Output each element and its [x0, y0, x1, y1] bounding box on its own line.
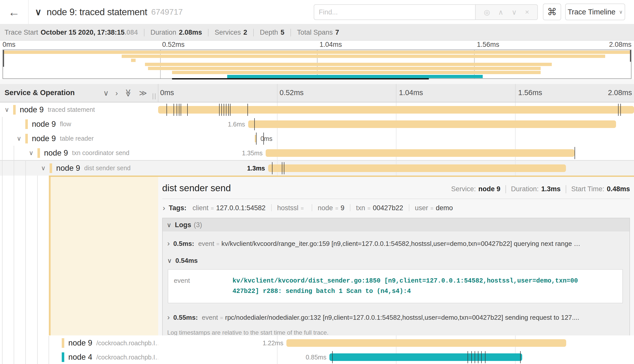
span-log-tick — [228, 104, 229, 116]
collapse-all-icon[interactable]: ≫ — [124, 89, 133, 97]
minimap-span-bar — [3, 51, 631, 54]
minimap-span-bar — [172, 71, 541, 74]
clear-search-icon[interactable]: × — [525, 8, 529, 16]
tags-section[interactable]: › Tags: client=127.0.0.1:54582hostssl=no… — [162, 199, 630, 215]
locate-match-icon[interactable]: ◎ — [484, 8, 490, 16]
span-name-column[interactable]: ∨node 9traced statement — [0, 102, 158, 117]
minimap-axis-label: 2.08ms — [609, 41, 631, 49]
summary-item-label: Total Spans — [297, 29, 333, 36]
view-selector-button[interactable]: Trace Timeline ∨ — [565, 4, 625, 20]
collapse-one-icon[interactable]: ∨ — [103, 89, 109, 97]
minimap-span-bar — [227, 75, 483, 78]
span-log-tick — [254, 118, 255, 130]
span-bar[interactable] — [266, 149, 575, 157]
tag-equals: = — [211, 205, 214, 211]
trace-minimap[interactable] — [3, 50, 631, 79]
timeline-axis-label: 1.04ms — [399, 89, 423, 97]
span-log-tick — [181, 104, 181, 116]
collapse-log-toggle[interactable]: ∨ 0.54ms — [167, 257, 623, 265]
span-log-tick — [332, 351, 333, 363]
span-timeline-track[interactable]: 1.35ms — [158, 146, 634, 160]
log-entry[interactable]: › 0.5ms: event=kv/kvclient/kvcoord/range… — [167, 239, 623, 248]
log-keyvalue-table: event kv/kvclient/kvcoord/dist_sender.go… — [168, 269, 623, 303]
back-button[interactable]: ← — [0, 0, 29, 24]
span-timeline-track[interactable]: 0.85ms — [158, 350, 634, 364]
log-timestamp: 0.54ms — [175, 257, 198, 265]
find-input[interactable] — [314, 4, 476, 20]
collapse-trace-icon[interactable]: ∨ — [35, 7, 41, 17]
span-bar[interactable] — [158, 106, 634, 114]
span-name-column[interactable]: ∨node 9txn coordinator send — [0, 146, 158, 160]
expand-tags-icon: › — [163, 204, 165, 212]
keyboard-shortcuts-button[interactable]: ⌘ — [543, 4, 561, 20]
summary-item-suffix: .084 — [124, 29, 138, 36]
span-row[interactable]: node 9flow1.6ms — [0, 117, 634, 131]
span-bar[interactable] — [286, 339, 566, 347]
span-row[interactable]: ∨node 9txn coordinator send1.35ms — [0, 146, 634, 160]
column-resize-grip[interactable] — [153, 93, 156, 99]
minimap-axis: 0ms0.52ms1.04ms1.56ms2.08ms — [0, 41, 634, 50]
log-entry[interactable]: › 0.55ms: event=rpc/nodedialer/nodediale… — [167, 313, 623, 322]
span-children-toggle-icon[interactable]: ∨ — [5, 106, 13, 113]
tag-separator — [312, 204, 312, 211]
minimap-scrubber-handle[interactable] — [630, 50, 631, 62]
span-timeline-track[interactable] — [158, 102, 634, 117]
span-color-swatch — [50, 163, 52, 173]
span-row[interactable]: ∨node 9table reader0ms — [0, 131, 634, 146]
summary-item: Depth5 — [260, 29, 284, 36]
span-name-column[interactable]: ∨node 9dist sender send — [0, 161, 158, 176]
span-service-name: node 9 — [32, 120, 56, 129]
span-children-toggle-icon[interactable]: ∨ — [17, 135, 25, 142]
summary-item-value: 2 — [243, 29, 247, 36]
log-timestamp: 0.55ms: — [173, 314, 198, 322]
logs-header[interactable]: ∨ Logs (3) — [163, 218, 629, 231]
span-detail-title: dist sender send — [162, 183, 231, 194]
span-bar[interactable] — [268, 164, 566, 172]
service-operation-header: Service & Operation — [5, 89, 75, 97]
span-row[interactable]: ∨node 9traced statement — [0, 102, 634, 117]
span-log-tick — [166, 104, 167, 116]
summary-separator — [253, 29, 254, 36]
span-duration-label: 0.85ms — [306, 354, 326, 361]
span-row[interactable]: node 4/cockroach.roachpb.I…0.85ms — [0, 350, 634, 364]
tag-equals: = — [335, 205, 338, 211]
detail-left-band — [49, 176, 158, 335]
minimap-scrubber-handle[interactable] — [3, 50, 4, 67]
span-log-tick — [282, 162, 282, 174]
tag-key: client — [193, 204, 208, 212]
span-log-tick — [256, 133, 257, 145]
span-timeline-track[interactable]: 1.22ms — [158, 336, 634, 350]
span-children-toggle-icon[interactable]: ∨ — [29, 149, 37, 157]
next-result-icon[interactable]: ∨ — [512, 8, 517, 16]
span-name-column[interactable]: node 4/cockroach.roachpb.I… — [0, 350, 158, 364]
span-log-tick — [485, 351, 485, 363]
expand-all-icon[interactable]: ≫ — [139, 89, 147, 97]
span-color-swatch — [25, 119, 28, 129]
span-color-swatch — [37, 148, 40, 158]
span-row[interactable]: ∨node 9dist sender send1.3ms — [0, 160, 634, 176]
span-timeline-track[interactable]: 0ms — [158, 131, 634, 146]
span-timeline-track[interactable]: 1.6ms — [158, 117, 634, 131]
log-value: kv/kvclient/kvcoord/dist_sender.go:1850 … — [233, 276, 578, 297]
expand-one-icon[interactable]: › — [115, 89, 118, 97]
span-name-column[interactable]: ∨node 9table reader — [0, 131, 158, 146]
span-bar[interactable] — [248, 120, 616, 128]
chevron-down-icon: ∨ — [619, 9, 623, 15]
minimap-span-bar — [131, 59, 135, 62]
span-timeline-track[interactable]: 1.3ms — [158, 161, 634, 176]
log-key: event — [174, 276, 233, 297]
span-row[interactable]: node 9/cockroach.roachpb.I…1.22ms — [0, 336, 634, 350]
timeline-axis-label: 0.52ms — [280, 89, 304, 97]
minimap-axis-label: 1.04ms — [320, 41, 342, 49]
prev-result-icon[interactable]: ∧ — [498, 8, 503, 16]
tag-key: txn — [356, 204, 365, 212]
find-group: ◎ ∧ ∨ × — [314, 4, 538, 20]
span-service-name: node 9 — [32, 134, 56, 143]
column-divider[interactable] — [158, 84, 158, 102]
span-children-toggle-icon[interactable]: ∨ — [41, 164, 50, 172]
span-log-tick — [478, 351, 478, 363]
span-bar[interactable] — [329, 353, 522, 361]
span-name-column[interactable]: node 9/cockroach.roachpb.I… — [0, 336, 158, 350]
span-name-column[interactable]: node 9flow — [0, 117, 158, 131]
view-selector-label: Trace Timeline — [568, 8, 616, 16]
